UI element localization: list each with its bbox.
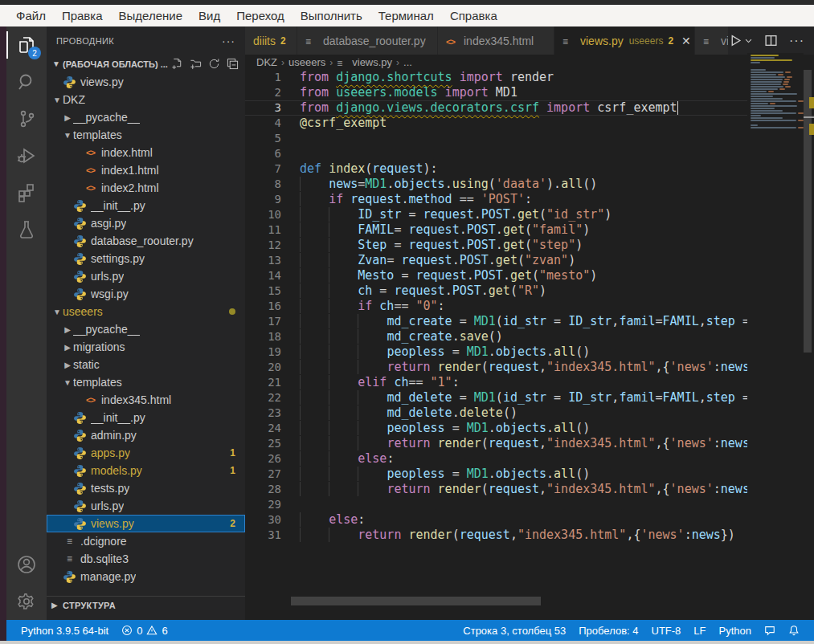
code-line-9[interactable]: 9 if request.method == 'POST': <box>245 192 814 207</box>
status-language[interactable]: Python <box>713 620 758 641</box>
tree-item-urls-py[interactable]: urls.py <box>47 497 245 515</box>
code-line-7[interactable]: 7def index(request): <box>245 161 814 177</box>
menu-item-выполнить[interactable]: Выполнить <box>292 7 370 24</box>
outline-section-header[interactable]: ▶ СТРУКТУРА <box>47 596 245 613</box>
menu-item-правка[interactable]: Правка <box>54 7 111 24</box>
refresh-icon[interactable] <box>208 58 220 70</box>
code-line-19[interactable]: 19 peopless = MD1.objects.all() <box>245 344 814 360</box>
tree-item-index1-html[interactable]: <>index1.html <box>47 161 245 179</box>
tree-item-index-html[interactable]: <>index.html <box>47 144 245 161</box>
code-line-3[interactable]: 3from django.views.decorators.csrf impor… <box>245 100 814 116</box>
workspace-section-header[interactable]: ▼ (РАБОЧАЯ ОБЛАСТЬ) ... <box>47 55 245 73</box>
account-icon[interactable] <box>6 546 47 583</box>
tree-item-useeers[interactable]: ▼useeers <box>47 303 245 320</box>
search-icon[interactable] <box>6 63 47 100</box>
tree-item-index345-html[interactable]: <>index345.html <box>47 391 245 409</box>
bell-icon[interactable] <box>782 620 806 641</box>
code-line-22[interactable]: 22 md_delete = MD1(id_str = ID_str,famil… <box>245 390 814 406</box>
tree-item--init-py[interactable]: __init__.py <box>47 197 245 214</box>
breadcrumb-item[interactable]: useeers <box>288 56 325 68</box>
code-line-2[interactable]: 2from useeers.models import MD1 <box>245 85 814 100</box>
close-icon[interactable]: ✕ <box>681 35 691 47</box>
more-actions-button[interactable]: ··· <box>789 34 804 48</box>
source-control-icon[interactable] <box>6 100 47 137</box>
tab-database-roouter-py[interactable]: ≡database_roouter.py <box>297 26 438 55</box>
tab-index345-html[interactable]: <>index345.html <box>438 26 554 55</box>
code-line-26[interactable]: 26 else: <box>245 451 814 467</box>
run-and-debug-icon[interactable] <box>6 137 47 174</box>
breadcrumb-item[interactable]: ... <box>403 56 412 68</box>
status-indentation[interactable]: Пробелов: 4 <box>572 620 644 641</box>
code-line-6[interactable]: 6 <box>245 146 814 161</box>
status-cursor-position[interactable]: Строка 3, столбец 53 <box>456 620 572 641</box>
code-line-17[interactable]: 17 md_create = MD1(id_str = ID_str,famil… <box>245 314 814 329</box>
status-problems[interactable]: 06 <box>115 620 174 641</box>
code-line-27[interactable]: 27 peopless = MD1.objects.all() <box>245 467 814 482</box>
split-editor-button[interactable] <box>764 34 778 47</box>
code-line-13[interactable]: 13 Zvan= request.POST.get("zvan") <box>245 253 814 268</box>
tree-item-templates[interactable]: ▼templates <box>47 126 245 144</box>
tree-item-tests-py[interactable]: tests.py <box>47 479 245 497</box>
code-line-20[interactable]: 20 return render(request,"index345.html"… <box>245 360 814 375</box>
vertical-scrollbar[interactable] <box>804 53 814 620</box>
tree-item-asgi-py[interactable]: asgi.py <box>47 214 245 232</box>
status-eol[interactable]: LF <box>687 620 712 641</box>
tree-item-urls-py[interactable]: urls.py <box>47 267 245 285</box>
testing-icon[interactable] <box>6 211 47 248</box>
breadcrumb-item[interactable]: views.py <box>352 56 392 68</box>
new-folder-icon[interactable] <box>190 58 202 70</box>
tree-item-models-py[interactable]: models.py1 <box>47 462 245 479</box>
minimap[interactable] <box>747 53 804 620</box>
code-line-28[interactable]: 28 return render(request,"index345.html"… <box>245 482 814 497</box>
sidebar-more-actions-button[interactable]: ··· <box>222 35 235 47</box>
menu-item-терминал[interactable]: Терминал <box>370 7 442 24</box>
feedback-icon[interactable] <box>758 620 782 641</box>
breadcrumb-item[interactable]: DKZ <box>256 56 277 68</box>
tree-item--pycache-[interactable]: ▶__pycache__ <box>47 108 245 126</box>
breadcrumb[interactable]: DKZ›useeers›≡views.py›... <box>245 55 814 70</box>
tree-item-views-py[interactable]: views.py2 <box>47 515 245 532</box>
menu-item-справка[interactable]: Справка <box>442 7 505 24</box>
code-editor[interactable]: 1from django.shortcuts import render2fro… <box>245 70 814 620</box>
code-line-21[interactable]: 21 elif ch== "1": <box>245 375 814 390</box>
menu-item-файл[interactable]: Файл <box>8 7 54 24</box>
code-line-14[interactable]: 14 Mesto = request.POST.get("mesto") <box>245 268 814 283</box>
status-python-version[interactable]: Python 3.9.5 64-bit <box>14 620 115 641</box>
code-line-24[interactable]: 24 peopless = MD1.objects.all() <box>245 421 814 436</box>
horizontal-scrollbar[interactable] <box>291 597 541 605</box>
code-line-4[interactable]: 4@csrf_exempt <box>245 116 814 131</box>
tree-item-settings-py[interactable]: settings.py <box>47 250 245 267</box>
extensions-icon[interactable] <box>6 174 47 211</box>
new-file-icon[interactable] <box>171 58 183 70</box>
collapse-folders-icon[interactable] <box>227 58 239 70</box>
tree-item-apps-py[interactable]: apps.py1 <box>47 444 245 462</box>
code-line-30[interactable]: 30 else: <box>245 512 814 528</box>
tab-vie[interactable]: ≡vie <box>695 26 729 55</box>
tree-item--pycache-[interactable]: ▶__pycache__ <box>47 320 245 338</box>
tree-item-migrations[interactable]: ▶migrations <box>47 338 245 356</box>
code-line-31[interactable]: 31 return render(request,"index345.html"… <box>245 528 814 543</box>
code-line-29[interactable]: 29 <box>245 497 814 512</box>
tree-item-manage-py[interactable]: manage.py <box>47 568 245 585</box>
tree-item-database-roouter-py[interactable]: database_roouter.py <box>47 232 245 250</box>
tree-item--dcignore[interactable]: ≡.dcignore <box>47 532 245 550</box>
menu-item-выделение[interactable]: Выделение <box>111 7 190 24</box>
settings-icon[interactable] <box>6 583 47 620</box>
tree-item-index2-html[interactable]: <>index2.html <box>47 179 245 197</box>
chevron-down-icon[interactable] <box>744 36 753 45</box>
explorer-icon[interactable]: 2 <box>6 26 47 63</box>
tab-views-py[interactable]: ≡views.pyuseeers2✕ <box>554 26 695 55</box>
menu-item-переход[interactable]: Переход <box>228 7 292 24</box>
tree-item-db-sqlite3[interactable]: ≡db.sqlite3 <box>47 550 245 568</box>
scrollbar-thumb[interactable] <box>804 70 812 353</box>
tree-item-admin-py[interactable]: admin.py <box>47 426 245 444</box>
code-line-8[interactable]: 8 news=MD1.objects.using('daata').all() <box>245 177 814 192</box>
tree-item-templates[interactable]: ▼templates <box>47 373 245 391</box>
tree-item-static[interactable]: ▶static <box>47 356 245 373</box>
tree-item-dkz[interactable]: ▼DKZ <box>47 91 245 108</box>
code-line-23[interactable]: 23 md_delete.delete() <box>245 406 814 421</box>
code-line-11[interactable]: 11 FAMIL= request.POST.get("famil") <box>245 222 814 238</box>
tree-item-wsgi-py[interactable]: wsgi.py <box>47 285 245 303</box>
status-encoding[interactable]: UTF-8 <box>645 620 688 641</box>
code-line-18[interactable]: 18 md_create.save() <box>245 329 814 344</box>
